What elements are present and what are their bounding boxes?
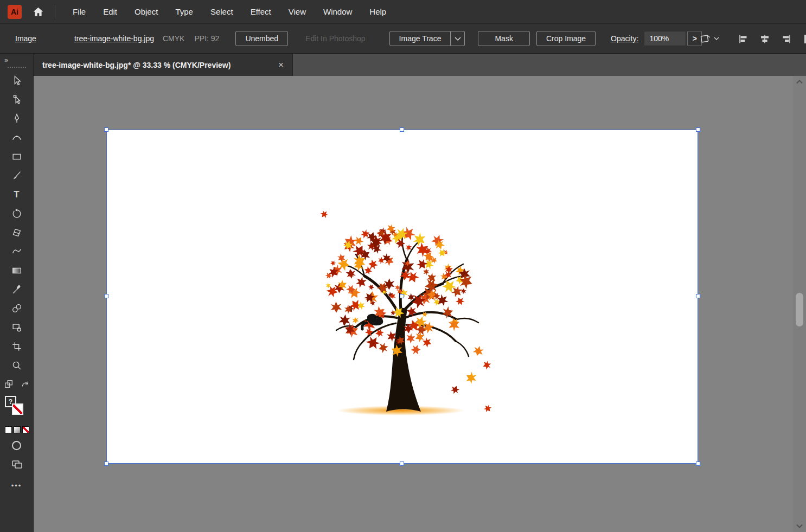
direct-selection-tool[interactable] bbox=[0, 90, 34, 109]
paintbrush-tool[interactable] bbox=[0, 166, 34, 185]
menu-bar: Ai File Edit Object Type Select Effect V… bbox=[0, 0, 806, 24]
app-logo-icon[interactable]: Ai bbox=[8, 5, 22, 19]
curvature-tool[interactable] bbox=[0, 128, 34, 147]
selection-handle[interactable] bbox=[104, 294, 108, 298]
selection-handle[interactable] bbox=[400, 127, 404, 132]
canvas-pasteboard[interactable] bbox=[34, 76, 793, 532]
image-trace-split-button: Image Trace bbox=[389, 31, 465, 46]
opacity-input[interactable] bbox=[644, 31, 686, 46]
selection-handle[interactable] bbox=[696, 294, 700, 298]
screen-mode-icon[interactable] bbox=[11, 459, 23, 472]
menu-items: File Edit Object Type Select Effect View… bbox=[64, 0, 395, 24]
selection-tool[interactable] bbox=[0, 71, 34, 90]
gradient-tool[interactable] bbox=[0, 261, 34, 280]
filename-link[interactable]: tree-image-white-bg.jpg bbox=[74, 34, 154, 43]
menu-file[interactable]: File bbox=[64, 0, 94, 24]
selection-handle[interactable] bbox=[104, 462, 108, 466]
menu-window[interactable]: Window bbox=[315, 0, 361, 24]
selection-center-point[interactable] bbox=[400, 294, 404, 298]
autumn-tree-artwork bbox=[306, 207, 493, 422]
ppi-label: PPI: 92 bbox=[194, 34, 219, 43]
edit-toolbar-icon[interactable]: ••• bbox=[11, 482, 22, 490]
color-mode-label: CMYK bbox=[163, 34, 184, 43]
document-tab-title: tree-image-white-bg.jpg* @ 33.33 % (CMYK… bbox=[42, 61, 231, 69]
unembed-button[interactable]: Unembed bbox=[235, 31, 288, 46]
shaper-tool[interactable] bbox=[0, 242, 34, 261]
selection-handle[interactable] bbox=[696, 462, 700, 466]
opacity-link[interactable]: Opacity: bbox=[611, 34, 638, 43]
menu-type[interactable]: Type bbox=[167, 0, 202, 24]
eraser-tool[interactable] bbox=[0, 223, 34, 242]
mask-button[interactable]: Mask bbox=[478, 31, 529, 46]
scroll-down-icon[interactable] bbox=[793, 520, 806, 532]
eyedropper-tool[interactable] bbox=[0, 280, 34, 299]
edit-in-photoshop-button: Edit In Photoshop bbox=[296, 31, 375, 46]
swap-fill-stroke-icon[interactable] bbox=[20, 379, 30, 391]
image-trace-button[interactable]: Image Trace bbox=[389, 31, 451, 46]
fill-stroke-proxy-icon[interactable] bbox=[4, 379, 14, 391]
draw-mode-icon[interactable] bbox=[12, 441, 21, 450]
image-trace-dropdown-button[interactable] bbox=[451, 31, 465, 46]
distribute-icon[interactable] bbox=[803, 33, 806, 45]
menu-select[interactable]: Select bbox=[202, 0, 242, 24]
menu-help[interactable]: Help bbox=[361, 0, 395, 24]
menu-object[interactable]: Object bbox=[126, 0, 167, 24]
object-type-link[interactable]: Image bbox=[15, 34, 36, 43]
align-left-icon[interactable] bbox=[738, 34, 749, 44]
blend-tool[interactable] bbox=[0, 299, 34, 318]
expand-panel-icon[interactable]: » bbox=[0, 54, 33, 64]
panel-grip[interactable] bbox=[8, 67, 26, 68]
pen-tool[interactable] bbox=[0, 109, 34, 128]
zoom-tool[interactable] bbox=[0, 356, 34, 375]
rotate-tool[interactable] bbox=[0, 204, 34, 223]
scroll-up-icon[interactable] bbox=[793, 76, 806, 88]
menu-effect[interactable]: Effect bbox=[242, 0, 280, 24]
color-mode-row bbox=[5, 426, 29, 433]
crop-image-button[interactable]: Crop Image bbox=[536, 31, 596, 46]
fill-stroke-controls: ? bbox=[5, 396, 28, 421]
align-center-icon[interactable] bbox=[759, 34, 770, 44]
gradient-swatch-button[interactable] bbox=[14, 426, 21, 433]
chevron-down-icon bbox=[455, 34, 461, 43]
none-swatch-button[interactable] bbox=[22, 426, 29, 433]
placed-image[interactable] bbox=[106, 130, 698, 464]
selection-handle[interactable] bbox=[696, 127, 700, 132]
close-icon[interactable]: × bbox=[277, 60, 285, 70]
transform-icon[interactable] bbox=[699, 33, 719, 45]
menu-edit[interactable]: Edit bbox=[94, 0, 126, 24]
artboard-tool[interactable] bbox=[0, 337, 34, 356]
home-icon[interactable] bbox=[33, 6, 44, 17]
tools-panel: » T bbox=[0, 54, 34, 532]
divider bbox=[55, 5, 55, 19]
color-swatch-button[interactable] bbox=[5, 426, 12, 433]
control-bar-right-icons bbox=[699, 24, 806, 54]
selection-handle[interactable] bbox=[400, 462, 404, 466]
control-bar: Image tree-image-white-bg.jpg CMYK PPI: … bbox=[0, 24, 806, 54]
shape-builder-tool[interactable] bbox=[0, 318, 34, 337]
selection-handle[interactable] bbox=[104, 127, 108, 132]
document-tab[interactable]: tree-image-white-bg.jpg* @ 33.33 % (CMYK… bbox=[34, 54, 293, 76]
align-right-icon[interactable] bbox=[781, 34, 792, 44]
tab-strip: tree-image-white-bg.jpg* @ 33.33 % (CMYK… bbox=[34, 54, 806, 76]
type-tool[interactable]: T bbox=[0, 185, 34, 204]
rectangle-tool[interactable] bbox=[0, 147, 34, 166]
menu-view[interactable]: View bbox=[280, 0, 315, 24]
vertical-scrollbar[interactable] bbox=[793, 76, 806, 532]
scrollbar-thumb[interactable] bbox=[796, 293, 803, 326]
stroke-color-swatch[interactable] bbox=[12, 403, 23, 415]
